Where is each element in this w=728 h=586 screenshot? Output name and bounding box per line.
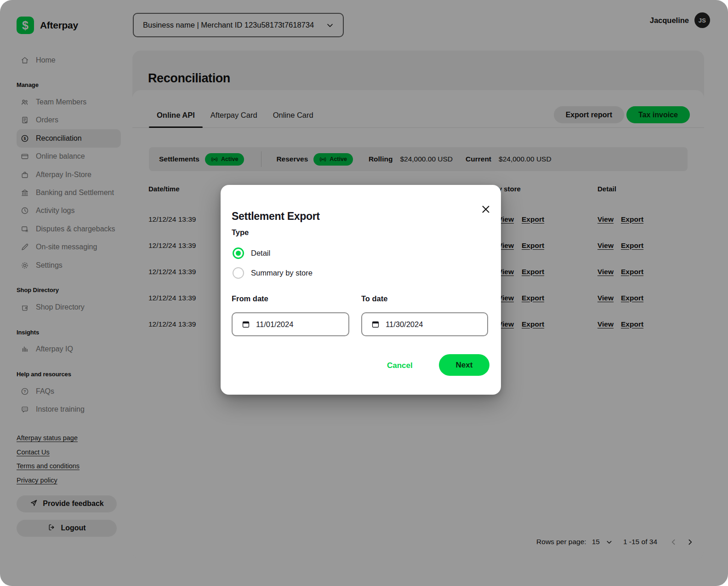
from-date-input[interactable]: 11/01/2024 (232, 312, 349, 336)
settlement-export-modal: Settlement Export Type Detail Summary by… (221, 185, 501, 395)
radio-label: Detail (251, 249, 270, 258)
cancel-button[interactable]: Cancel (382, 359, 417, 372)
calendar-icon (242, 320, 250, 328)
close-icon (480, 204, 491, 215)
radio-selected-icon (233, 247, 244, 259)
to-date-input[interactable]: 11/30/2024 (361, 312, 488, 336)
from-date-value: 11/01/2024 (256, 320, 293, 329)
radio-option-detail[interactable]: Detail (233, 247, 270, 259)
close-button[interactable] (479, 202, 493, 216)
radio-unselected-icon (233, 267, 244, 279)
radio-label: Summary by store (251, 269, 313, 277)
next-button[interactable]: Next (439, 354, 489, 376)
afterpay-merchant-portal: $ Afterpay Home Manage Team Members (0, 0, 728, 586)
modal-title: Settlement Export (232, 210, 320, 223)
to-date-label: To date (361, 294, 387, 303)
radio-option-summary-by-store[interactable]: Summary by store (233, 267, 313, 279)
type-label: Type (232, 228, 249, 237)
to-date-value: 11/30/2024 (386, 320, 423, 329)
calendar-icon (371, 320, 380, 328)
from-date-label: From date (232, 294, 268, 303)
